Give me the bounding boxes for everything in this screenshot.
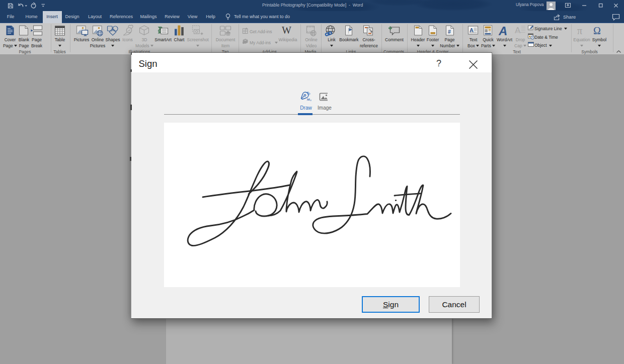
svg-text:u: u: [310, 99, 311, 102]
svg-text:W: W: [282, 24, 291, 35]
svg-text:?: ?: [436, 58, 441, 68]
svg-text:A: A: [470, 27, 474, 33]
svg-text:π: π: [577, 25, 582, 36]
svg-text:#: #: [448, 29, 451, 35]
svg-text:A: A: [498, 24, 507, 37]
svg-text:A: A: [515, 25, 521, 35]
svg-text:Ω: Ω: [593, 25, 601, 36]
